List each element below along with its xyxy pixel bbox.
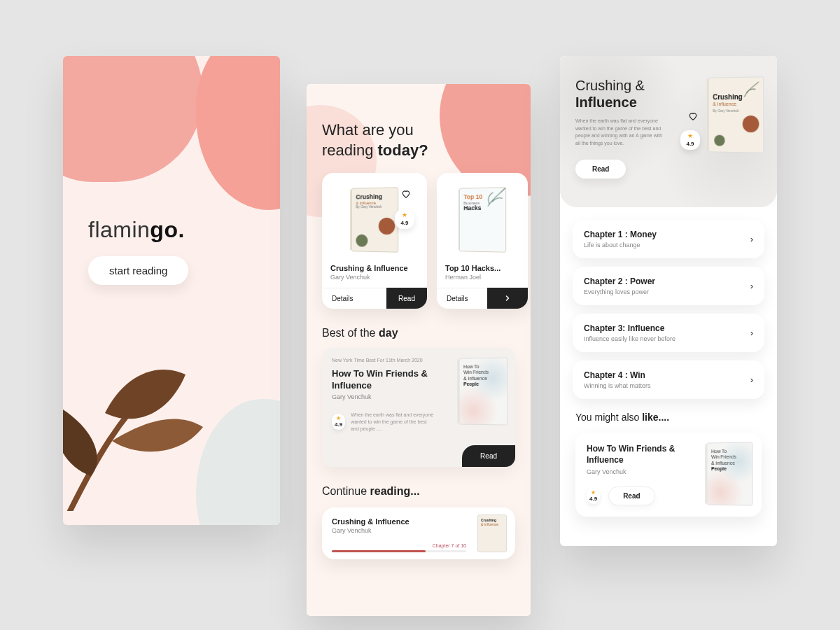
chapter-subtitle: Winning is what matters: [584, 382, 651, 389]
book-cover: Crushing & Influence By Gary Venchuk: [351, 187, 398, 253]
read-button[interactable]: Read: [462, 445, 515, 467]
brand-text-light: flamin: [88, 217, 150, 242]
rating-value: 4.9: [395, 220, 414, 226]
chapter-item[interactable]: Chapter 2 : Power Everything loves power…: [573, 267, 764, 305]
read-button[interactable]: Read: [386, 288, 427, 309]
chevron-right-icon: ›: [750, 234, 753, 244]
heading-bold: like....: [642, 412, 669, 423]
book-card[interactable]: Top 10 Business Hacks Top 10 Hacks... He…: [437, 173, 528, 309]
star-icon: ★: [589, 490, 597, 496]
chapter-list: Chapter 1 : Money Life is about change ›…: [560, 207, 777, 399]
book-author: Herman Joel: [445, 274, 519, 281]
chapter-title: Chapter 3: Influence: [584, 323, 676, 333]
book-card[interactable]: Crushing & Influence By Gary Venchuk ★: [322, 173, 427, 309]
read-button[interactable]: Read: [608, 486, 654, 505]
screen-detail: Crushing & Influence When the earth was …: [560, 56, 777, 546]
title-part: Crushing &: [575, 78, 645, 93]
favorite-icon[interactable]: [399, 187, 413, 201]
chevron-right-icon: ›: [750, 281, 753, 291]
book-title: Top 10 Hacks...: [445, 264, 519, 272]
chevron-right-icon: ›: [750, 328, 753, 338]
rating-value: 4.9: [589, 496, 597, 502]
rating-value: 4.9: [680, 141, 700, 147]
progress-bar: [332, 550, 466, 552]
leaf-illustration: [63, 301, 217, 511]
best-title: How To Win Friends & Influence: [332, 368, 437, 392]
chevron-right-icon: ›: [750, 374, 753, 385]
book-cover: Crushing & Influence By Gary Venchuk: [707, 77, 764, 153]
chapter-subtitle: Life is about change: [584, 241, 657, 248]
book-author: Gary Venchuk: [330, 274, 419, 281]
bg-blob: [196, 56, 280, 210]
chapter-item[interactable]: Chapter 4 : Win Winning is what matters …: [573, 360, 764, 399]
rating-badge: ★ 4.9: [395, 209, 414, 229]
book-title: Crushing & Influence: [330, 264, 419, 272]
also-like-card[interactable]: How To Win Friends & Influence Gary Venc…: [575, 433, 762, 517]
screen-home: What are you reading today? Crushing & I…: [307, 84, 531, 616]
heading-bold: reading...: [370, 485, 420, 497]
chapter-item[interactable]: Chapter 3: Influence Influence easily li…: [573, 314, 764, 352]
star-icon: ★: [335, 416, 342, 421]
best-desc: When the earth was flat and everyone wan…: [351, 412, 435, 432]
best-of-day-card[interactable]: New York Time Best For 11th March 2020 H…: [322, 348, 515, 467]
book-cover: Crushing & Influence: [477, 514, 507, 552]
chapter-item[interactable]: Chapter 1 : Money Life is about change ›: [573, 220, 764, 258]
continue-reading-card[interactable]: Crushing & Influence Gary Venchuk Chapte…: [322, 507, 515, 559]
star-icon: ★: [395, 212, 414, 218]
heading-part: You might also: [575, 412, 639, 423]
progress-fill: [332, 550, 426, 552]
also-title: How To Win Friends & Influence: [587, 444, 685, 465]
featured-books-row: Crushing & Influence By Gary Venchuk ★: [322, 173, 515, 309]
rating-badge: ★ 4.9: [332, 414, 345, 430]
chapter-title: Chapter 1 : Money: [584, 230, 657, 239]
progress-label: Chapter 7 of 10: [433, 543, 466, 548]
bg-blob: [63, 56, 203, 182]
details-button[interactable]: Details: [322, 288, 386, 309]
chapter-title: Chapter 2 : Power: [584, 276, 655, 286]
cover-byline: By Gary Venchuk: [713, 108, 759, 113]
chapter-subtitle: Everything loves power: [584, 288, 655, 295]
headline-part: reading: [322, 141, 373, 159]
section-heading-also-like: You might also like....: [575, 412, 762, 423]
title-bold: Influence: [575, 94, 637, 110]
read-button[interactable]: Read: [575, 160, 626, 178]
rating-badge: ★ 4.9: [680, 130, 700, 150]
favorite-icon[interactable]: [686, 109, 700, 123]
section-heading-continue: Continue reading...: [322, 485, 515, 498]
book-cover: How To Win Friends & Influence People: [458, 358, 508, 425]
rating-value: 4.9: [335, 421, 342, 428]
book-cover: How To Win Friends & Influence People: [706, 442, 753, 505]
read-button-icon[interactable]: [487, 288, 528, 309]
screen-splash: flamingo. start reading: [63, 56, 280, 525]
cover-subtitle: & Influence: [713, 102, 759, 108]
brand-text-bold: go.: [150, 217, 184, 242]
brand-logo: flamingo.: [88, 217, 185, 243]
chapter-title: Chapter 4 : Win: [584, 370, 651, 380]
rating-badge: ★ 4.9: [587, 488, 600, 504]
detail-desc: When the earth was flat and everyone wan…: [575, 118, 666, 147]
book-cover: Top 10 Business Hacks: [459, 187, 506, 253]
details-button[interactable]: Details: [437, 288, 487, 309]
star-icon: ★: [680, 133, 700, 139]
headline-part: What are you: [322, 121, 414, 139]
start-reading-button[interactable]: start reading: [88, 256, 188, 285]
chapter-subtitle: Influence easily like never before: [584, 335, 676, 342]
heading-bold: day: [379, 327, 398, 339]
heading-part: Best of the: [322, 327, 376, 339]
chevron-right-icon: [503, 294, 512, 302]
heading-part: Continue: [322, 485, 367, 497]
detail-hero: Crushing & Influence When the earth was …: [560, 56, 777, 207]
section-heading-best: Best of the day: [322, 327, 515, 340]
cover-byline: By Gary Venchuk: [356, 205, 393, 209]
headline: What are you reading today?: [322, 120, 515, 160]
headline-bold: today?: [378, 141, 428, 159]
